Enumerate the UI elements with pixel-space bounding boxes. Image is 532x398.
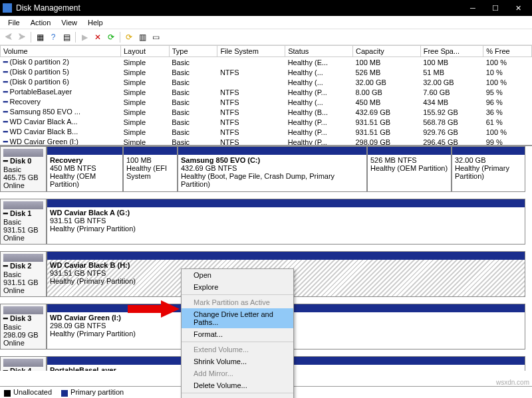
props-icon[interactable]: ▥ <box>136 31 148 43</box>
ctx-delete[interactable]: Delete Volume... <box>182 379 293 391</box>
separator <box>120 32 120 43</box>
back-icon[interactable]: ⮜ <box>3 31 15 43</box>
menu-view[interactable]: View <box>56 17 82 28</box>
volume-row[interactable]: WD Caviar Green (I:)SimpleBasicNTFSHealt… <box>1 137 532 145</box>
legend-unallocated-swatch <box>4 390 11 397</box>
window-title: Disk Management <box>16 3 462 13</box>
col-header[interactable]: Free Spa... <box>420 46 483 57</box>
ctx-mark-active[interactable]: Mark Partition as Active <box>182 296 293 308</box>
col-header[interactable]: Status <box>285 46 353 57</box>
partition[interactable]: 526 MB NTFSHealthy (OEM Partition) <box>367 146 452 192</box>
volume-row[interactable]: WD Caviar Black A...SimpleBasicNTFSHealt… <box>1 117 532 127</box>
watermark: wsxdn.com <box>496 379 529 386</box>
col-header[interactable]: Layout <box>120 46 169 57</box>
menu-help[interactable]: Help <box>82 17 108 28</box>
volume-row[interactable]: PortableBaseLayerSimpleBasicNTFSHealthy … <box>1 87 532 97</box>
partition[interactable]: WD Caviar Black A (G:)931.51 GB NTFSHeal… <box>47 199 525 245</box>
disk-header[interactable]: ━ Disk 0Basic465.75 GBOnline <box>0 146 47 192</box>
volume-row[interactable]: RecoverySimpleBasicNTFSHealthy (...450 M… <box>1 97 532 107</box>
disk-header[interactable]: ━ Disk 3Basic298.09 GBOnline <box>0 304 47 349</box>
disk-header[interactable]: ━ Disk 1Basic931.51 GBOnline <box>0 199 47 245</box>
ctx-format[interactable]: Format... <box>182 328 293 340</box>
ctx-add-mirror[interactable]: Add Mirror... <box>182 367 293 379</box>
list-icon[interactable]: ▭ <box>150 31 162 43</box>
separator <box>75 32 76 43</box>
volume-row[interactable]: WD Caviar Black B...SimpleBasicNTFSHealt… <box>1 127 532 137</box>
context-menu: Open Explore Mark Partition as Active Ch… <box>181 268 294 398</box>
legend-primary-swatch <box>61 390 68 397</box>
delete-icon[interactable]: ✕ <box>92 31 104 43</box>
menu-action[interactable]: Action <box>25 17 57 28</box>
app-icon <box>3 3 12 13</box>
forward-icon[interactable]: ⮞ <box>16 31 28 43</box>
partition[interactable]: 32.00 GBHealthy (Primary Partition) <box>452 146 525 192</box>
partition[interactable]: Recovery450 MB NTFSHealthy (OEM Partitio… <box>47 146 123 192</box>
legend-primary: Primary partition <box>70 388 124 396</box>
col-header[interactable]: % Free <box>483 46 532 57</box>
disk-header[interactable]: ━ Disk 4Basic8.00 GBRead Only <box>0 356 47 371</box>
volume-row[interactable]: Samsung 850 EVO ...SimpleBasicNTFSHealth… <box>1 107 532 117</box>
ctx-open[interactable]: Open <box>182 269 293 281</box>
rescan-icon[interactable]: ⟳ <box>123 31 135 43</box>
ctx-shrink[interactable]: Shrink Volume... <box>182 355 293 367</box>
red-arrow-icon <box>128 300 180 318</box>
volume-row[interactable]: (Disk 0 partition 6)SimpleBasicHealthy (… <box>1 77 532 87</box>
ctx-properties[interactable]: Properties <box>182 395 293 398</box>
toolbar: ⮜ ⮞ ▦ ? ▤ ▶ ✕ ⟳ ⟳ ▥ ▭ <box>0 29 532 45</box>
show-icon[interactable]: ▦ <box>34 31 46 43</box>
col-header[interactable]: Type <box>169 46 217 57</box>
close-button[interactable]: ✕ <box>507 0 529 16</box>
menubar: File Action View Help <box>0 16 532 29</box>
ctx-extend[interactable]: Extend Volume... <box>182 344 293 355</box>
volume-row[interactable]: (Disk 0 partition 2)SimpleBasicHealthy (… <box>1 57 532 68</box>
layout-icon[interactable]: ▤ <box>61 31 72 43</box>
volume-row[interactable]: (Disk 0 partition 5)SimpleBasicNTFSHealt… <box>1 67 532 77</box>
minimize-button[interactable]: ─ <box>462 0 484 16</box>
col-header[interactable]: Capacity <box>352 46 420 57</box>
separator <box>31 32 31 43</box>
disk-header[interactable]: ━ Disk 2Basic931.51 GBOnline <box>0 251 47 297</box>
col-header[interactable]: Volume <box>1 46 121 57</box>
volume-list: VolumeLayoutTypeFile SystemStatusCapacit… <box>0 45 532 145</box>
refresh-icon[interactable]: ⟳ <box>105 31 117 43</box>
disk-row: ━ Disk 1Basic931.51 GBOnlineWD Caviar Bl… <box>0 199 532 251</box>
help-icon[interactable]: ? <box>47 31 59 43</box>
col-header[interactable]: File System <box>217 46 285 57</box>
ctx-explore[interactable]: Explore <box>182 281 293 293</box>
maximize-button[interactable]: ☐ <box>484 0 507 16</box>
titlebar: Disk Management ─ ☐ ✕ <box>0 0 532 16</box>
partition[interactable]: 100 MBHealthy (EFI System <box>123 146 178 192</box>
ctx-change-drive-letter[interactable]: Change Drive Letter and Paths... <box>182 308 293 328</box>
disk-row: ━ Disk 0Basic465.75 GBOnlineRecovery450 … <box>0 146 532 199</box>
menu-file[interactable]: File <box>3 17 25 28</box>
partition[interactable]: Samsung 850 EVO (C:)432.69 GB NTFSHealth… <box>178 146 367 192</box>
svg-marker-0 <box>128 300 180 318</box>
play-icon[interactable]: ▶ <box>78 31 90 43</box>
legend-unallocated: Unallocated <box>13 388 52 396</box>
